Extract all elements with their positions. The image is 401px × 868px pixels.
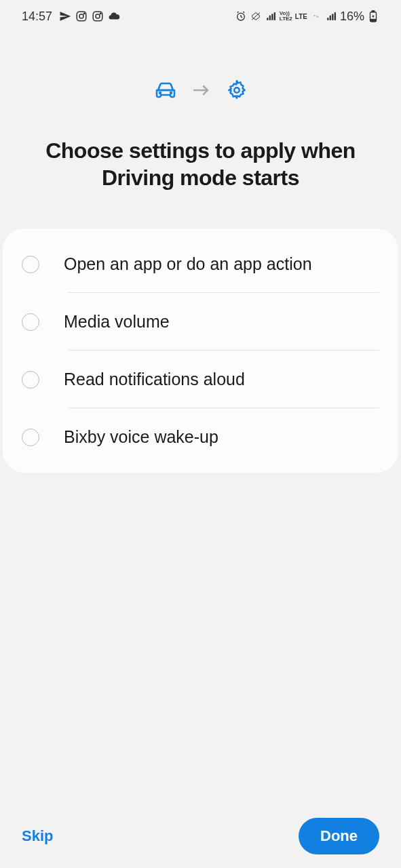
option-label: Media volume (64, 312, 170, 332)
signal-icon (325, 10, 337, 22)
option-media-volume[interactable]: Media volume (3, 293, 398, 351)
svg-rect-9 (370, 20, 375, 22)
instagram-icon (92, 10, 104, 22)
header-graphic (0, 80, 401, 103)
lte-label: LTE (295, 13, 307, 20)
instagram-icon (75, 10, 88, 22)
alarm-icon (235, 10, 247, 22)
status-right: Vo)) LTE2 LTE 16% (235, 9, 379, 24)
status-left: 14:57 (22, 9, 120, 24)
svg-rect-8 (372, 11, 375, 12)
svg-point-2 (83, 13, 85, 14)
svg-point-10 (159, 92, 161, 94)
cloud-icon (108, 10, 120, 22)
option-bixby-wakeup[interactable]: Bixby voice wake-up (3, 408, 398, 466)
bottom-bar: Skip Done (0, 818, 401, 854)
status-bar: 14:57 Vo)) LTE2 LTE (0, 0, 401, 33)
radio-icon (22, 256, 39, 273)
vibrate-icon (250, 10, 262, 22)
option-read-notifications[interactable]: Read notifications aloud (3, 351, 398, 408)
status-time: 14:57 (22, 9, 52, 24)
svg-point-11 (170, 92, 172, 94)
option-label: Read notifications aloud (64, 370, 245, 389)
radio-icon (22, 371, 39, 389)
options-card: Open an app or do an app action Media vo… (3, 229, 398, 473)
svg-point-4 (96, 14, 100, 18)
signal-icon (265, 10, 277, 22)
skip-button[interactable]: Skip (22, 827, 53, 845)
svg-point-5 (100, 13, 101, 14)
telegram-icon (59, 10, 71, 22)
page-title: Choose settings to apply when Driving mo… (0, 137, 401, 191)
gear-icon (227, 80, 247, 103)
lte-stack-icon: Vo)) LTE2 (280, 11, 292, 22)
svg-point-1 (79, 14, 83, 18)
car-icon (155, 81, 176, 102)
data-arrows-icon (310, 10, 322, 22)
option-open-app[interactable]: Open an app or do an app action (3, 235, 398, 293)
radio-icon (22, 429, 39, 446)
battery-icon (367, 10, 379, 22)
arrow-right-icon (193, 84, 210, 99)
done-button[interactable]: Done (299, 818, 379, 854)
option-label: Open an app or do an app action (64, 254, 312, 274)
radio-icon (22, 313, 39, 331)
svg-point-12 (234, 87, 240, 93)
option-label: Bixby voice wake-up (64, 427, 218, 447)
battery-percentage: 16% (340, 9, 364, 24)
